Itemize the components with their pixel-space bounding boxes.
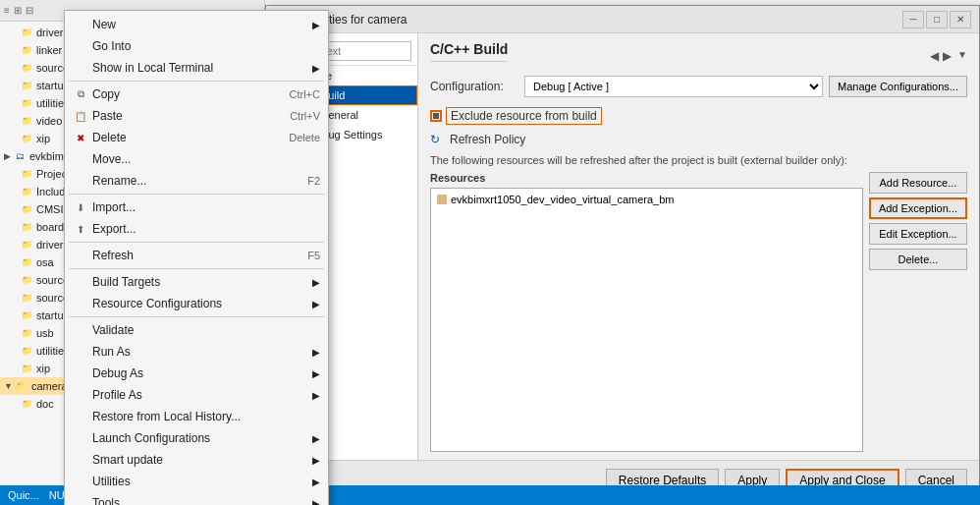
resources-panel: Resources evkbimxrt1050_dev_video_virtua…: [430, 172, 863, 452]
folder-icon: 📁: [20, 291, 33, 305]
forward-icon[interactable]: ▶: [943, 49, 952, 63]
dialog-body: ▶ Resource C/C++ Build ▶ C/C++ General R…: [266, 33, 979, 460]
config-label: Configuration:: [430, 80, 518, 93]
debug-icon: [73, 365, 88, 381]
dialog-titlebar: X Properties for camera ─ □ ✕: [266, 6, 979, 33]
delete-button[interactable]: Delete...: [869, 249, 967, 270]
menu-item-smart-update[interactable]: Smart update ▶: [65, 449, 328, 471]
menu-item-profile-as[interactable]: Profile As ▶: [65, 384, 328, 406]
menu-item-go-into[interactable]: Go Into: [65, 35, 328, 57]
menu-item-show-local[interactable]: Show in Local Terminal ▶: [65, 57, 328, 79]
folder-icon: 📁: [20, 96, 33, 110]
manage-configurations-button[interactable]: Manage Configurations...: [829, 76, 967, 97]
exclude-checkbox[interactable]: [430, 110, 442, 122]
folder-dot-icon: [437, 195, 447, 204]
menu-item-restore-history[interactable]: Restore from Local History...: [65, 406, 328, 427]
go-into-icon: [73, 38, 88, 54]
refresh-policy-label: Refresh Policy: [450, 133, 525, 146]
refresh-icon: ↻: [430, 133, 444, 146]
folder-icon: 📁: [20, 344, 33, 358]
move-icon: [73, 151, 88, 167]
separator-4: [69, 268, 324, 269]
folder-icon-red: 📁: [20, 202, 33, 216]
dialog-close-button[interactable]: ✕: [950, 11, 971, 28]
menu-item-utilities[interactable]: Utilities ▶: [65, 471, 328, 492]
dialog-controls: ─ □ ✕: [902, 11, 971, 28]
resources-box: evkbimxrt1050_dev_video_virtual_camera_b…: [430, 188, 863, 452]
exclude-label: Exclude resource from build: [446, 107, 602, 125]
menu-item-build-targets[interactable]: Build Targets ▶: [65, 271, 328, 293]
folder-icon: 📁: [20, 255, 33, 269]
folder-icon: 📁: [20, 185, 33, 198]
folder-icon: 📁: [20, 43, 33, 57]
menu-item-refresh[interactable]: Refresh F5: [65, 245, 328, 266]
action-buttons: Add Resource... Add Exception... Edit Ex…: [869, 172, 967, 452]
dialog-title-text: Properties for camera: [294, 13, 902, 27]
minimize-button[interactable]: ─: [902, 11, 924, 28]
add-resource-button[interactable]: Add Resource...: [869, 172, 967, 194]
exclude-checkbox-row: Exclude resource from build: [430, 107, 967, 125]
menu-item-new[interactable]: New ▶: [65, 14, 328, 35]
menu-item-rename[interactable]: Rename... F2: [65, 170, 328, 192]
menu-item-validate[interactable]: Validate: [65, 319, 328, 341]
menu-item-copy[interactable]: ⧉ Copy Ctrl+C: [65, 84, 328, 105]
add-exception-button[interactable]: Add Exception...: [869, 197, 967, 219]
folder-icon: 📁: [20, 326, 33, 340]
folder-icon: 📁: [20, 79, 33, 92]
folder-icon: 📁: [20, 26, 33, 39]
tools-icon: [73, 495, 88, 505]
menu-down-icon[interactable]: ▼: [957, 49, 967, 63]
separator-3: [69, 242, 324, 243]
folder-icon: 📁: [20, 167, 33, 181]
validate-icon: [73, 322, 88, 338]
menu-item-delete[interactable]: ✖ Delete Delete: [65, 127, 328, 148]
maximize-button[interactable]: □: [926, 11, 948, 28]
refresh-policy-row: ↻ Refresh Policy: [430, 133, 967, 146]
folder-icon: 📁: [20, 132, 33, 145]
project-icon: 🗂: [13, 149, 27, 163]
resources-label: Resources: [430, 172, 863, 184]
menu-item-tools[interactable]: Tools ▶: [65, 492, 328, 505]
menu-item-run-as[interactable]: Run As ▶: [65, 341, 328, 363]
properties-dialog: X Properties for camera ─ □ ✕ ▶ Resource…: [265, 5, 980, 500]
build-icon: [73, 274, 88, 290]
menu-item-export[interactable]: ⬆ Export...: [65, 218, 328, 240]
export-icon: ⬆: [73, 221, 88, 237]
folder-icon: 📁: [20, 220, 33, 234]
folder-icon: 📁: [20, 114, 33, 128]
menu-item-launch-configs[interactable]: Launch Configurations ▶: [65, 427, 328, 449]
menu-item-resource-configs[interactable]: Resource Configurations ▶: [65, 293, 328, 314]
menu-item-move[interactable]: Move...: [65, 148, 328, 170]
history-icon: [73, 409, 88, 424]
section-title: C/C++ Build: [430, 41, 508, 62]
configuration-select[interactable]: Debug [ Active ]: [524, 76, 823, 97]
utilities-icon: [73, 474, 88, 489]
copy-icon: ⧉: [73, 86, 88, 102]
config-icon: [73, 296, 88, 311]
menu-item-debug-as[interactable]: Debug As ▶: [65, 363, 328, 384]
edit-exception-button[interactable]: Edit Exception...: [869, 223, 967, 245]
update-icon: [73, 452, 88, 468]
paste-icon: 📋: [73, 108, 88, 124]
run-icon: [73, 344, 88, 360]
refresh-icon: [73, 248, 88, 263]
separator-2: [69, 194, 324, 195]
menu-item-paste[interactable]: 📋 Paste Ctrl+V: [65, 105, 328, 127]
folder-icon: 📁: [20, 362, 33, 375]
new-icon: [73, 17, 88, 32]
separator-1: [69, 81, 324, 82]
delete-icon: ✖: [73, 130, 88, 145]
configuration-row: Configuration: Debug [ Active ] Manage C…: [430, 76, 967, 97]
context-menu: New ▶ Go Into Show in Local Terminal ▶ ⧉…: [64, 10, 329, 505]
menu-item-import[interactable]: ⬇ Import...: [65, 196, 328, 218]
resources-container: Resources evkbimxrt1050_dev_video_virtua…: [430, 172, 967, 452]
dialog-toolbar: ◀ ▶ ▼: [930, 49, 967, 63]
folder-icon: 📁: [20, 61, 33, 75]
launch-icon: [73, 430, 88, 446]
folder-icon: 📁: [20, 238, 33, 252]
folder-icon: 📁: [20, 309, 33, 322]
status-item-quick[interactable]: Quic...: [8, 489, 39, 501]
back-icon[interactable]: ◀: [930, 49, 939, 63]
folder-icon: 📁: [20, 397, 33, 411]
profile-icon: [73, 387, 88, 403]
